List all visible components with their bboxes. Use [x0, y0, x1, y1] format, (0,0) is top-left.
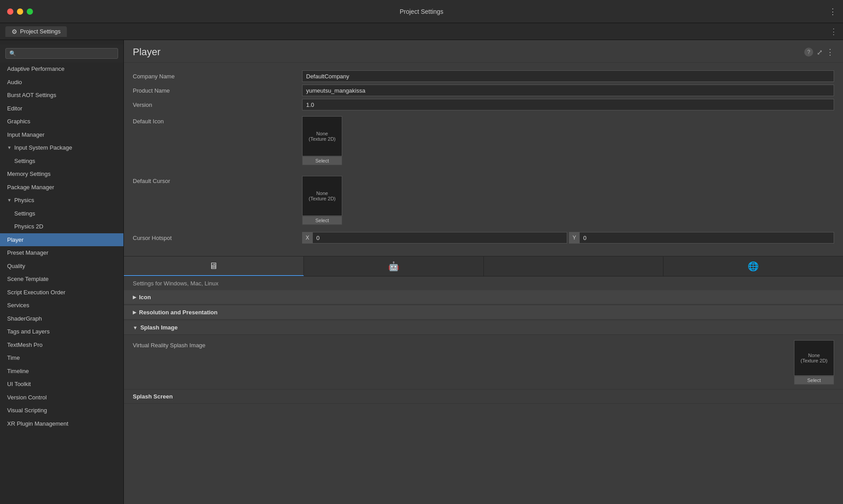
icon-section-header[interactable]: ▶ Icon [124, 290, 843, 305]
platform-tabs: 🖥🤖🌐 [124, 256, 843, 276]
sidebar-item-burst-aot[interactable]: Burst AOT Settings [0, 89, 123, 102]
resolution-section-header[interactable]: ▶ Resolution and Presentation [124, 305, 843, 320]
splash-section-title: Splash Image [140, 324, 178, 331]
splash-screen-header[interactable]: Splash Screen [124, 389, 843, 404]
cursor-hotspot-y-input[interactable] [580, 232, 834, 244]
platform-tab-android[interactable]: 🤖 [304, 256, 484, 276]
search-box: 🔍 [5, 48, 118, 59]
sidebar-item-physics[interactable]: ▼Physics [0, 194, 123, 207]
settings-label: Settings for Windows, Mac, Linux [124, 276, 843, 290]
sidebar-item-graphics[interactable]: Graphics [0, 115, 123, 128]
resolution-section-title: Resolution and Presentation [139, 309, 217, 316]
sidebar-item-shader-graph[interactable]: ShaderGraph [0, 312, 123, 325]
sidebar-item-label-settings: Settings [14, 157, 35, 166]
sidebar-item-label-visual-scripting: Visual Scripting [7, 406, 47, 415]
company-name-label: Company Name [133, 73, 302, 80]
tab-bar-more-icon[interactable]: ⋮ [830, 27, 838, 37]
cursor-hotspot-x-input[interactable] [313, 232, 567, 244]
sidebar-item-textmesh-pro[interactable]: TextMesh Pro [0, 338, 123, 352]
y-axis-label: Y [569, 232, 580, 244]
sidebar-item-adaptive-performance[interactable]: Adaptive Performance [0, 62, 123, 76]
vr-splash-select-button[interactable]: Select [794, 376, 834, 385]
sidebar-item-player[interactable]: Player [0, 233, 123, 247]
company-name-input[interactable] [302, 70, 834, 82]
platform-tab-webgl[interactable]: 🌐 [663, 256, 843, 276]
sidebar-item-label-physics: Physics [14, 196, 34, 205]
sidebar-item-services[interactable]: Services [0, 299, 123, 312]
sidebar-item-label-time: Time [7, 354, 20, 362]
icon-section-title: Icon [139, 294, 151, 301]
hotspot-y-group: Y [569, 232, 834, 244]
search-input[interactable] [19, 50, 114, 57]
sidebar-arrow-input-system: ▼ [7, 144, 12, 151]
sidebar-item-package-manager[interactable]: Package Manager [0, 181, 123, 194]
sidebar-item-input-system[interactable]: ▼Input System Package [0, 141, 123, 154]
sidebar-item-label-physics-2d: Physics 2D [14, 222, 43, 231]
align-icon[interactable]: ⤢ [817, 48, 823, 57]
sidebar-item-audio[interactable]: Audio [0, 76, 123, 89]
sidebar-item-version-control[interactable]: Version Control [0, 391, 123, 404]
version-input[interactable] [302, 99, 834, 110]
platform-tab-macos[interactable] [484, 256, 664, 276]
product-name-input[interactable] [302, 85, 834, 96]
tab-label: Project Settings [20, 28, 61, 35]
sidebar-item-xr-plugin[interactable]: XR Plugin Management [0, 417, 123, 431]
close-button[interactable] [7, 8, 13, 15]
sidebar-item-label-ui-toolkit: UI Toolkit [7, 380, 31, 389]
sidebar-item-timeline[interactable]: Timeline [0, 365, 123, 378]
sidebar-item-preset-manager[interactable]: Preset Manager [0, 246, 123, 260]
version-row: Version [133, 98, 834, 111]
default-cursor-select-button[interactable]: Select [302, 216, 342, 225]
sidebar-item-physics-2d[interactable]: Physics 2D [0, 220, 123, 233]
sidebar-item-label-physics-settings: Settings [14, 209, 35, 218]
version-label: Version [133, 102, 302, 108]
maximize-button[interactable] [27, 8, 33, 15]
sidebar-item-label-services: Services [7, 301, 29, 310]
default-cursor-row: Default Cursor None (Texture 2D) Select [133, 172, 834, 228]
splash-section-arrow: ▼ [133, 325, 138, 330]
splash-section-header[interactable]: ▼ Splash Image [124, 321, 843, 335]
tab-bar: ⚙ Project Settings ⋮ [0, 23, 843, 40]
title-bar: Project Settings ⋮ [0, 0, 843, 23]
sidebar-item-label-timeline: Timeline [7, 367, 29, 376]
default-icon-preview-group: None (Texture 2D) Select [302, 116, 342, 165]
sidebar-item-time[interactable]: Time [0, 351, 123, 365]
sidebar-item-label-package-manager: Package Manager [7, 183, 54, 192]
sidebar-item-settings[interactable]: Settings [0, 154, 123, 168]
project-settings-tab[interactable]: ⚙ Project Settings [5, 26, 67, 37]
splash-screen-title: Splash Screen [133, 393, 173, 400]
sidebar-item-label-textmesh-pro: TextMesh Pro [7, 341, 42, 350]
default-cursor-preview-group: None (Texture 2D) Select [302, 176, 342, 225]
platform-tab-windows[interactable]: 🖥 [124, 256, 304, 276]
sidebar-item-label-script-execution: Script Execution Order [7, 288, 65, 297]
sidebar-item-quality[interactable]: Quality [0, 260, 123, 273]
sidebar-item-visual-scripting[interactable]: Visual Scripting [0, 404, 123, 417]
main-layout: 🔍 Adaptive PerformanceAudioBurst AOT Set… [0, 40, 843, 504]
help-icon[interactable]: ? [804, 48, 813, 57]
more-icon[interactable]: ⋮ [826, 47, 834, 57]
sidebar-item-scene-template[interactable]: Scene Template [0, 272, 123, 286]
default-icon-select-button[interactable]: Select [302, 156, 342, 165]
sidebar-item-physics-settings[interactable]: Settings [0, 207, 123, 220]
x-axis-label: X [302, 232, 313, 244]
vr-splash-preview-text: None (Texture 2D) [801, 353, 828, 363]
sidebar-item-tags-layers[interactable]: Tags and Layers [0, 325, 123, 338]
sidebar-item-memory-settings[interactable]: Memory Settings [0, 167, 123, 181]
vr-splash-preview: None (Texture 2D) [794, 340, 834, 376]
header-icons: ? ⤢ ⋮ [804, 47, 834, 57]
sidebar-item-script-execution[interactable]: Script Execution Order [0, 286, 123, 299]
sidebar-item-ui-toolkit[interactable]: UI Toolkit [0, 378, 123, 391]
sidebar-arrow-physics: ▼ [7, 197, 12, 203]
sidebar-item-label-input-system: Input System Package [14, 143, 72, 152]
sidebar-item-label-scene-template: Scene Template [7, 275, 49, 284]
title-bar-more-icon[interactable]: ⋮ [829, 7, 837, 16]
minimize-button[interactable] [17, 8, 23, 15]
sidebar-item-label-memory-settings: Memory Settings [7, 170, 51, 179]
sidebar-item-input-manager[interactable]: Input Manager [0, 128, 123, 142]
traffic-lights [7, 8, 33, 15]
icon-section-arrow: ▶ [133, 294, 136, 300]
sidebar-item-label-editor: Editor [7, 104, 22, 113]
sidebar-item-label-version-control: Version Control [7, 393, 47, 402]
hotspot-fields: X Y [302, 232, 834, 244]
sidebar-item-editor[interactable]: Editor [0, 102, 123, 115]
